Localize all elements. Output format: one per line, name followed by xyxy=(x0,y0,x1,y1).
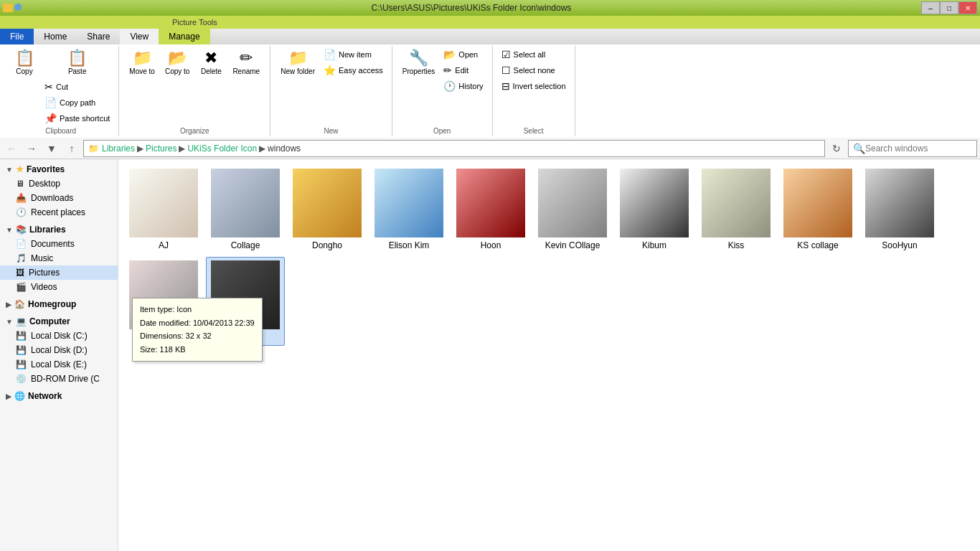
history-button[interactable]: 🕐 History xyxy=(440,79,486,93)
sidebar-network-header[interactable]: ▶ 🌐 Network xyxy=(0,389,118,403)
sidebar-computer-header[interactable]: ▼ 💻 Computer xyxy=(0,314,118,329)
recent-button[interactable]: ▼ xyxy=(43,140,60,157)
new-folder-button[interactable]: 📁 New folder xyxy=(276,47,319,78)
select-all-label: Select all xyxy=(514,50,546,59)
tab-file[interactable]: File xyxy=(0,29,34,44)
up-button[interactable]: ↑ xyxy=(63,140,80,157)
sidebar-section-libraries: ▼ 📚 Libraries 📄 Documents 🎵 Music 🖼 Pict… xyxy=(0,222,118,294)
invert-selection-label: Invert selection xyxy=(513,82,566,90)
move-to-icon: 📁 xyxy=(133,50,152,66)
easy-access-button[interactable]: ⭐ Easy access xyxy=(321,63,386,77)
cut-button[interactable]: ✂ Cut xyxy=(42,80,113,94)
ribbon-group-select: ☑ Select all ☐ Select none ⊟ Invert sele… xyxy=(493,46,575,136)
tab-manage[interactable]: Manage xyxy=(159,29,209,44)
file-item-hoon[interactable]: Hoon xyxy=(451,165,530,254)
file-item-kevin[interactable]: Kevin COllage xyxy=(533,165,612,254)
paste-button[interactable]: 📋 Paste xyxy=(42,47,113,78)
copy-to-button[interactable]: 📂 Copy to xyxy=(161,47,194,78)
delete-button[interactable]: ✖ Delete xyxy=(195,47,227,78)
rename-button[interactable]: ✏ Rename xyxy=(228,47,264,78)
file-thumb-kiss xyxy=(702,169,771,237)
music-icon: 🎵 xyxy=(16,253,27,263)
open-label: Open xyxy=(458,50,478,59)
invert-selection-button[interactable]: ⊟ Invert selection xyxy=(499,79,569,93)
file-item-kibum[interactable]: Kibum xyxy=(615,165,694,254)
sidebar-homegroup-header[interactable]: ▶ 🏠 Homegroup xyxy=(0,297,118,311)
paste-shortcut-icon: 📌 xyxy=(44,113,57,124)
back-button[interactable]: ← xyxy=(3,140,20,157)
sidebar-item-videos[interactable]: 🎬 Videos xyxy=(0,280,118,294)
file-item-soohyun[interactable]: SooHyun xyxy=(860,165,939,254)
file-name-hoon: Hoon xyxy=(481,240,501,250)
file-name-collage: Collage xyxy=(231,240,260,250)
copy-button[interactable]: 📋 Copy xyxy=(9,47,40,78)
select-all-button[interactable]: ☑ Select all xyxy=(499,47,569,62)
minimize-button[interactable]: – xyxy=(921,1,940,14)
sidebar-item-disk-d[interactable]: 💾 Local Disk (D:) xyxy=(0,343,118,357)
restore-button[interactable]: □ xyxy=(940,1,958,14)
clipboard-buttons: 📋 Copy 📋 Paste ✂ Cut 📄 Copy path xyxy=(9,47,113,126)
tab-share[interactable]: Share xyxy=(77,29,120,44)
rename-label: Rename xyxy=(232,67,260,75)
network-icon: 🌐 xyxy=(14,391,25,401)
search-box: 🔍 xyxy=(848,140,977,157)
paste-shortcut-button[interactable]: 📌 Paste shortcut xyxy=(42,111,113,126)
sidebar-favorites-header[interactable]: ▼ ★ Favorites xyxy=(0,162,118,176)
breadcrumb: 📁 Libraries ▶ Pictures ▶ UKiSs Folder Ic… xyxy=(83,140,825,157)
file-item-elison[interactable]: Elison Kim xyxy=(369,165,448,254)
new-sub-group: 📄 New item ⭐ Easy access xyxy=(321,47,386,77)
breadcrumb-pictures[interactable]: Pictures xyxy=(146,143,176,154)
copy-label: Copy xyxy=(16,67,32,75)
sidebar-disk-d-label: Local Disk (D:) xyxy=(31,345,88,355)
select-none-button[interactable]: ☐ Select none xyxy=(499,63,569,77)
edit-button[interactable]: ✏ Edit xyxy=(440,63,486,77)
copy-path-button[interactable]: 📄 Copy path xyxy=(42,95,113,110)
search-input[interactable] xyxy=(865,143,958,154)
sidebar-item-documents[interactable]: 📄 Documents xyxy=(0,237,118,251)
title-bar-left xyxy=(3,4,22,12)
sidebar-item-disk-e[interactable]: 💾 Local Disk (E:) xyxy=(0,357,118,372)
open-icon: 📂 xyxy=(443,49,456,60)
tab-home[interactable]: Home xyxy=(34,29,77,44)
main-area: ▼ ★ Favorites 🖥 Desktop 📥 Downloads 🕐 Re… xyxy=(0,159,980,551)
copy-path-label: Copy path xyxy=(60,98,95,107)
file-item-dongho[interactable]: Dongho xyxy=(288,165,367,254)
close-button[interactable]: ✕ xyxy=(958,1,977,14)
file-item-ks[interactable]: KS collage xyxy=(778,165,857,254)
new-item-button[interactable]: 📄 New item xyxy=(321,47,386,62)
sidebar: ▼ ★ Favorites 🖥 Desktop 📥 Downloads 🕐 Re… xyxy=(0,159,118,551)
forward-button[interactable]: → xyxy=(23,140,40,157)
open-buttons: 🔧 Properties 📂 Open ✏ Edit 🕐 History xyxy=(398,47,486,126)
sidebar-item-downloads[interactable]: 📥 Downloads xyxy=(0,191,118,205)
edit-label: Edit xyxy=(455,66,468,75)
edit-icon: ✏ xyxy=(443,65,452,76)
sidebar-libraries-header[interactable]: ▼ 📚 Libraries xyxy=(0,222,118,237)
move-to-button[interactable]: 📁 Move to xyxy=(125,47,159,78)
select-buttons: ☑ Select all ☐ Select none ⊟ Invert sele… xyxy=(499,47,569,126)
properties-icon: 🔧 xyxy=(409,50,428,66)
organize-group-label: Organize xyxy=(125,126,264,135)
sidebar-item-disk-c[interactable]: 💾 Local Disk (C:) xyxy=(0,329,118,343)
file-thumb-elison xyxy=(374,169,443,237)
sidebar-section-computer: ▼ 💻 Computer 💾 Local Disk (C:) 💾 Local D… xyxy=(0,314,118,386)
sidebar-item-desktop[interactable]: 🖥 Desktop xyxy=(0,176,118,191)
picture-tools-label: Picture Tools xyxy=(165,18,225,27)
sidebar-item-recent[interactable]: 🕐 Recent places xyxy=(0,205,118,220)
invert-selection-icon: ⊟ xyxy=(501,80,510,92)
sidebar-item-bd-rom[interactable]: 💿 BD-ROM Drive (C xyxy=(0,372,118,386)
file-item-collage[interactable]: Collage xyxy=(206,165,285,254)
file-item-kiss[interactable]: Kiss xyxy=(697,165,776,254)
breadcrumb-ukiss[interactable]: UKiSs Folder Icon xyxy=(187,143,257,154)
file-name-kevin: Kevin COllage xyxy=(545,240,600,250)
breadcrumb-libraries[interactable]: Libraries xyxy=(102,143,135,154)
open-button[interactable]: 📂 Open xyxy=(440,47,486,62)
properties-button[interactable]: 🔧 Properties xyxy=(398,47,440,78)
tab-view[interactable]: View xyxy=(120,29,159,44)
libraries-icon: 📚 xyxy=(16,225,27,235)
sidebar-disk-e-label: Local Disk (E:) xyxy=(31,359,87,369)
file-item-aj[interactable]: AJ xyxy=(124,165,203,254)
sidebar-item-pictures[interactable]: 🖼 Pictures xyxy=(0,265,118,280)
ribbon-group-open: 🔧 Properties 📂 Open ✏ Edit 🕐 History xyxy=(392,46,493,136)
refresh-button[interactable]: ↻ xyxy=(828,140,845,157)
sidebar-item-music[interactable]: 🎵 Music xyxy=(0,251,118,265)
